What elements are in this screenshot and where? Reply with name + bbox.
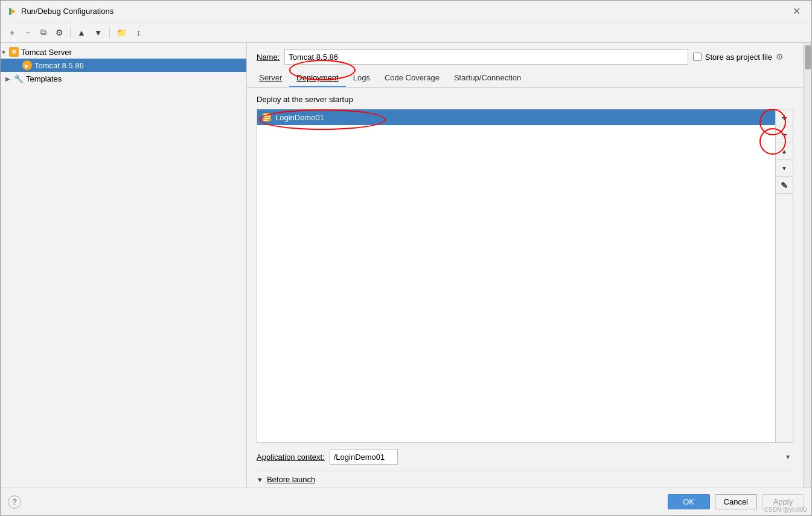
- svg-text:▶: ▶: [25, 63, 29, 69]
- tomcat-item-icon: ▶: [22, 60, 32, 70]
- deploy-remove-button[interactable]: −: [776, 126, 793, 143]
- deploy-section-label: Deploy at the server startup: [257, 95, 793, 104]
- before-launch-toggle[interactable]: ▼: [257, 476, 263, 483]
- ok-button[interactable]: OK: [668, 494, 710, 509]
- svg-rect-8: [264, 118, 270, 119]
- tree-item-templates[interactable]: ▶ 🔧 Templates: [1, 72, 246, 85]
- add-config-button[interactable]: +: [5, 26, 19, 39]
- app-context-wrapper: /LoginDemo01: [330, 449, 793, 465]
- tab-code-coverage[interactable]: Code Coverage: [377, 69, 447, 87]
- title-bar: Run/Debug Configurations ✕: [1, 1, 811, 22]
- tomcat-server-group-label: Tomcat Server: [21, 48, 72, 57]
- name-input[interactable]: [284, 49, 688, 65]
- settings-config-button[interactable]: ⚙: [53, 26, 66, 39]
- folder-button[interactable]: 📁: [113, 26, 130, 39]
- toolbar: + − ⧉ ⚙ ▲ ▼ 📁 ↕: [1, 22, 811, 43]
- main-scrollbar[interactable]: [803, 43, 811, 488]
- tab-logs[interactable]: Logs: [346, 69, 377, 87]
- deploy-btn-spacer: [776, 194, 793, 442]
- tab-startup[interactable]: Startup/Connection: [447, 69, 528, 87]
- scrollbar-thumb: [805, 45, 811, 69]
- bottom-bar: ? OK Cancel Apply: [1, 488, 811, 515]
- store-as-project-checkbox[interactable]: [693, 53, 702, 61]
- cancel-button[interactable]: Cancel: [715, 494, 757, 509]
- remove-config-button[interactable]: −: [21, 26, 34, 39]
- tree-group-tomcat[interactable]: ▼ ⚙ Tomcat Server: [1, 45, 246, 59]
- tab-deployment[interactable]: Deployment: [289, 69, 345, 87]
- app-context-label: Application context:: [257, 453, 325, 462]
- deploy-list: LoginDemo01: [257, 109, 775, 442]
- deploy-list-buttons: + − ▲ ▼ ✎: [775, 109, 793, 442]
- svg-rect-9: [264, 120, 268, 121]
- app-context-row: Application context: /LoginDemo01: [257, 443, 793, 471]
- tree-arrow-templates: ▶: [5, 76, 14, 82]
- artifact-icon: [262, 112, 272, 122]
- name-row: Name: Store as project file ⚙: [247, 43, 803, 69]
- tomcat-server-group-icon: ⚙: [9, 47, 19, 57]
- deploy-item-label: LoginDemo01: [275, 113, 324, 122]
- svg-rect-1: [9, 8, 11, 15]
- tab-server-label: Server: [259, 73, 282, 82]
- watermark: CSDN @yii.000: [764, 506, 807, 513]
- sort-button[interactable]: ↕: [132, 26, 145, 39]
- dialog-icon: [8, 7, 18, 16]
- svg-rect-5: [264, 114, 267, 117]
- help-button[interactable]: ?: [8, 495, 21, 509]
- close-button[interactable]: ✕: [789, 5, 804, 18]
- store-gear-icon[interactable]: ⚙: [776, 52, 784, 62]
- tab-startup-label: Startup/Connection: [454, 73, 521, 82]
- name-label: Name:: [257, 53, 280, 62]
- deploy-up-button[interactable]: ▲: [776, 143, 793, 160]
- tab-content-deployment: Deploy at the server startup: [247, 88, 803, 488]
- move-up-button[interactable]: ▲: [74, 26, 89, 39]
- tab-logs-label: Logs: [353, 73, 370, 82]
- svg-rect-6: [267, 114, 270, 115]
- left-panel: ▼ ⚙ Tomcat Server ▶ Tomcat 8.5.86 ▶ 🔧: [1, 43, 247, 488]
- before-launch-section: ▼ Before launch: [257, 471, 793, 488]
- tab-server[interactable]: Server: [252, 69, 289, 87]
- dialog-title: Run/Debug Configurations: [21, 7, 113, 16]
- deploy-down-button[interactable]: ▼: [776, 160, 793, 177]
- before-launch-label: Before launch: [267, 475, 315, 484]
- deploy-item-logindemo01[interactable]: LoginDemo01: [257, 109, 775, 125]
- tree-arrow-tomcat: ▼: [1, 49, 9, 56]
- templates-label: Templates: [26, 74, 62, 83]
- tab-code-coverage-label: Code Coverage: [385, 73, 440, 82]
- svg-rect-7: [267, 116, 270, 117]
- app-context-select[interactable]: /LoginDemo01: [330, 449, 398, 465]
- deploy-edit-button[interactable]: ✎: [776, 177, 793, 194]
- tabs-row: Server Deployment Logs Code Coverage Sta…: [247, 69, 803, 88]
- copy-config-button[interactable]: ⧉: [37, 25, 50, 39]
- right-panel: Name: Store as project file ⚙ Server Dep…: [247, 43, 803, 488]
- tomcat-item-label: Tomcat 8.5.86: [34, 61, 84, 70]
- tree-item-tomcat[interactable]: ▶ Tomcat 8.5.86: [1, 59, 246, 72]
- deploy-list-container: LoginDemo01 + − ▲ ▼ ✎: [257, 109, 793, 443]
- store-as-project-label: Store as project file: [705, 53, 772, 62]
- toolbar-sep1: [70, 27, 71, 38]
- move-down-button[interactable]: ▼: [91, 26, 106, 39]
- templates-icon: 🔧: [14, 74, 24, 83]
- store-row: Store as project file ⚙: [693, 52, 793, 62]
- toolbar-sep2: [109, 27, 110, 38]
- content-area: ▼ ⚙ Tomcat Server ▶ Tomcat 8.5.86 ▶ 🔧: [1, 43, 811, 488]
- tab-deployment-label: Deployment: [296, 73, 338, 82]
- deploy-add-button[interactable]: +: [776, 109, 793, 126]
